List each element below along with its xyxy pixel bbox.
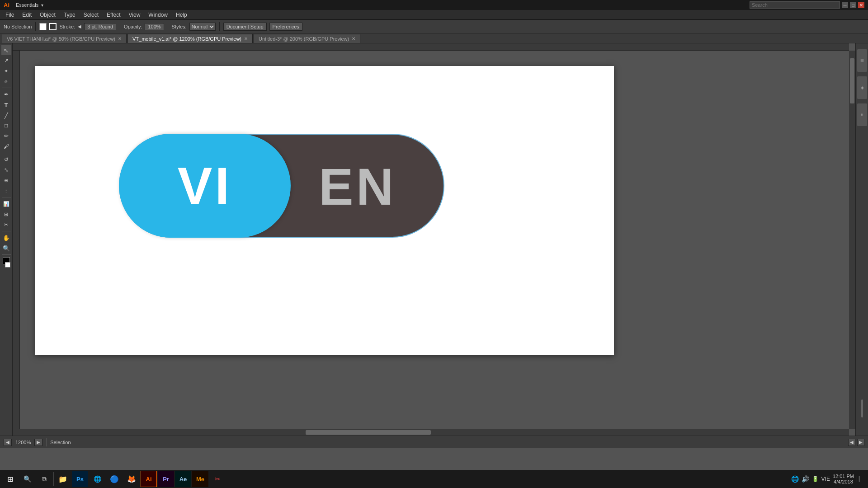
canvas-area[interactable]: VI EN (13, 43, 855, 436)
transform-panel-tab[interactable]: ⊞ (857, 49, 867, 72)
panel-resize-handle[interactable] (861, 399, 863, 418)
help-menu[interactable]: Help (172, 11, 191, 19)
ae-taskbar-icon[interactable]: Ae (175, 471, 191, 487)
file-menu[interactable]: File (2, 11, 18, 19)
horizontal-scroll-thumb[interactable] (306, 430, 431, 435)
toolbar: No Selection Stroke: ◀ 3 pt. Round Opaci… (0, 20, 868, 33)
minimize-button[interactable]: ─ (842, 2, 848, 8)
clip-taskbar-icon[interactable]: ✂ (209, 471, 226, 487)
search-taskbar-button[interactable]: 🔍 (19, 471, 35, 487)
status-right: ◀ ▶ (848, 439, 864, 446)
view-menu[interactable]: View (125, 11, 144, 19)
ps-taskbar-icon[interactable]: Ps (72, 471, 88, 487)
right-side-panel: ⊞ ◈ ≡ (855, 43, 868, 436)
tab-2[interactable]: VT_mobile_v1.ai* @ 1200% (RGB/GPU Previe… (127, 34, 253, 43)
tab-2-label: VT_mobile_v1.ai* @ 1200% (RGB/GPU Previe… (132, 36, 241, 42)
scale-tool[interactable]: ⤡ (1, 165, 11, 175)
paintbrush-tool[interactable]: 🖌 (1, 141, 11, 151)
next-artboard-button[interactable]: ▶ (34, 439, 42, 446)
vertical-scroll-thumb[interactable] (850, 58, 854, 104)
zoom-tool[interactable]: 🔍 (1, 243, 11, 253)
graph-tool[interactable]: 📊 (1, 199, 11, 209)
slice-tool[interactable]: ✂ (1, 220, 11, 230)
windows-start-button[interactable]: ⊞ (2, 471, 18, 487)
stroke-swatch[interactable] (49, 23, 57, 30)
direct-selection-tool[interactable]: ↗ (1, 56, 11, 66)
puppet-warp-tool[interactable]: ⊕ (1, 175, 11, 185)
type-menu[interactable]: Type (60, 11, 79, 19)
vertical-scrollbar[interactable] (849, 51, 855, 429)
menu-bar: File Edit Object Type Select Effect View… (0, 10, 868, 20)
title-bar-right: ─ □ ✕ (750, 1, 864, 9)
tab-3-close[interactable]: ✕ (352, 36, 355, 41)
opacity-label: Opacity: (124, 24, 142, 29)
chrome-taskbar-icon[interactable]: 🔵 (106, 471, 123, 487)
design-element-container[interactable]: VI EN (114, 131, 449, 240)
search-input[interactable] (750, 1, 840, 9)
preferences-button[interactable]: Preferences (269, 23, 302, 31)
ruler-top (13, 43, 849, 51)
firefox-taskbar-icon[interactable]: 🦊 (123, 471, 140, 487)
network-icon[interactable]: 🌐 (791, 475, 799, 483)
appearance-icon: ◈ (860, 85, 864, 90)
selection-tool[interactable]: ↖ (1, 45, 11, 55)
appearance-panel-tab[interactable]: ◈ (857, 76, 867, 99)
styles-select[interactable]: Normal (189, 23, 216, 31)
toolbar-separator (35, 22, 36, 31)
explorer-taskbar-icon[interactable]: 📁 (55, 471, 71, 487)
language-toggle[interactable]: VI EN (119, 134, 444, 238)
stroke-arrow-left[interactable]: ◀ (78, 24, 81, 29)
opacity-value: 100% (145, 23, 164, 30)
object-menu[interactable]: Object (36, 11, 59, 19)
ai-taskbar-icon[interactable]: Ai (141, 471, 157, 487)
task-view-button[interactable]: ⧉ (36, 471, 52, 487)
main-layout: ↖ ↗ ✦ ⌾ ✒ T ╱ □ ✏ 🖌 ↺ ⤡ ⊕ ⋮ 📊 ⊞ ✂ ✋ 🔍 (0, 43, 868, 436)
status-separator (46, 438, 47, 446)
reshape-tool[interactable]: ⋮ (1, 186, 11, 196)
essentials-dropdown-icon[interactable]: ▾ (41, 3, 43, 8)
en-option[interactable]: EN (272, 135, 443, 239)
type-tool[interactable]: T (1, 100, 11, 110)
maximize-button[interactable]: □ (850, 2, 856, 8)
line-tool[interactable]: ╱ (1, 110, 11, 120)
background-swatch[interactable] (5, 262, 10, 267)
browser-taskbar-icon[interactable]: 🌐 (89, 471, 105, 487)
magic-wand-tool[interactable]: ✦ (1, 66, 11, 76)
lasso-tool[interactable]: ⌾ (1, 76, 11, 86)
pen-tool[interactable]: ✒ (1, 89, 11, 99)
align-panel-tab[interactable]: ≡ (857, 103, 867, 126)
pr-taskbar-icon[interactable]: Pr (158, 471, 174, 487)
prev-artboard-button[interactable]: ◀ (4, 439, 12, 446)
effect-menu[interactable]: Effect (103, 11, 124, 19)
me-taskbar-icon[interactable]: Me (192, 471, 208, 487)
volume-icon[interactable]: 🔊 (802, 475, 809, 483)
hand-tool[interactable]: ✋ (1, 233, 11, 243)
show-desktop-button[interactable]: ▏ (857, 476, 863, 482)
tab-1[interactable]: V6 VIET THANH.ai* @ 50% (RGB/GPU Preview… (2, 34, 127, 43)
rect-tool[interactable]: □ (1, 121, 11, 131)
fill-swatch[interactable] (39, 23, 47, 30)
tool-mode-label: Selection (50, 440, 71, 445)
status-right-arrow[interactable]: ▶ (857, 439, 864, 446)
tab-3[interactable]: Untitled-3* @ 200% (RGB/GPU Preview) ✕ (254, 34, 360, 43)
language-indicator[interactable]: VIE (821, 476, 830, 482)
time-display: 12:01 PM (833, 474, 854, 479)
tabs-bar: V6 VIET THANH.ai* @ 50% (RGB/GPU Preview… (0, 33, 868, 43)
document-setup-button[interactable]: Document Setup (223, 23, 267, 31)
stroke-label: Stroke: (59, 24, 75, 29)
artboard-tool[interactable]: ⊞ (1, 209, 11, 219)
edit-menu[interactable]: Edit (19, 11, 35, 19)
status-left-arrow[interactable]: ◀ (848, 439, 855, 446)
align-icon: ≡ (860, 113, 864, 116)
vi-option[interactable]: VI (119, 134, 291, 238)
window-menu[interactable]: Window (145, 11, 171, 19)
pencil-tool[interactable]: ✏ (1, 131, 11, 141)
tab-2-close[interactable]: ✕ (244, 36, 248, 41)
rotate-tool[interactable]: ↺ (1, 155, 11, 164)
select-menu[interactable]: Select (80, 11, 102, 19)
horizontal-scrollbar[interactable] (13, 429, 849, 436)
close-button[interactable]: ✕ (858, 2, 864, 8)
artboard[interactable]: VI EN (35, 66, 614, 355)
tab-1-close[interactable]: ✕ (118, 36, 122, 41)
styles-label: Styles: (172, 24, 187, 29)
